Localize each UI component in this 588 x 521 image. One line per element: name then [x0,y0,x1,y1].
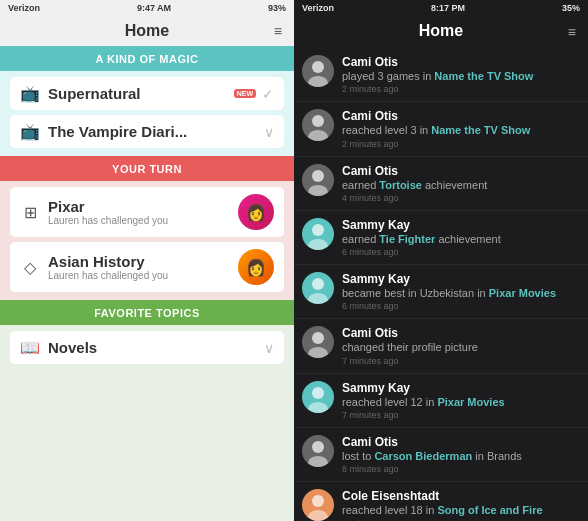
svg-point-7 [308,239,328,250]
feed-highlight: Tortoise [379,179,422,191]
asian-history-avatar: 👩 [238,249,274,285]
asian-history-left: ◇ Asian History Lauren has challenged yo… [20,253,168,281]
svg-point-12 [312,387,324,399]
feed-user-name: Cami Otis [342,109,580,123]
magic-items: 📺 Supernatural NEW ✓ 📺 The Vampire Diari… [0,71,294,156]
left-status-bar: Verizon 9:47 AM 93% [0,0,294,16]
feed-avatar [302,489,334,521]
yourturn-header: YOUR TURN [0,156,294,181]
feed-item: Cami Otislost to Carson Biederman in Bra… [294,428,588,482]
feed-user-name: Cami Otis [342,326,580,340]
svg-point-9 [308,293,328,304]
right-title: Home [419,22,463,39]
tv-icon-2: 📺 [20,122,40,141]
feed-content: Sammy Kaybecame best in Uzbekistan in Pi… [342,272,580,311]
feed-action-text: earned Tie Fighter achievement [342,232,580,246]
pixar-avatar: 👩 [238,194,274,230]
supernatural-item[interactable]: 📺 Supernatural NEW ✓ [10,77,284,110]
feed-user-name: Sammy Kay [342,218,580,232]
feed-item: Sammy Kaybecame best in Uzbekistan in Pi… [294,265,588,319]
pixar-text: Pixar Lauren has challenged you [48,198,168,226]
feed-item: Cami Otisplayed 3 games in Name the TV S… [294,48,588,102]
feed-action-text: became best in Uzbekistan in Pixar Movie… [342,286,580,300]
right-header: Home ≡ [294,16,588,48]
asian-history-title: Asian History [48,253,168,270]
pixar-item[interactable]: ⊞ Pixar Lauren has challenged you 👩 [10,187,284,237]
book-icon: 📖 [20,338,40,357]
right-battery: 35% [562,3,580,13]
svg-point-5 [308,185,328,196]
feed-list: Cami Otisplayed 3 games in Name the TV S… [294,48,588,521]
feed-user-name: Cami Otis [342,55,580,69]
svg-point-14 [312,441,324,453]
feed-action-text: reached level 18 in Song of Ice and Fire [342,503,580,517]
feed-user-name: Cole Eisenshtadt [342,489,580,503]
right-menu-icon[interactable]: ≡ [568,24,576,40]
feed-time: 7 minutes ago [342,356,580,366]
left-header: Home ≡ [0,16,294,46]
feed-user-name: Sammy Kay [342,381,580,395]
feed-item: Cami Otisreached level 3 in Name the TV … [294,102,588,156]
pixar-left: ⊞ Pixar Lauren has challenged you [20,198,168,226]
feed-avatar [302,164,334,196]
feed-item: Cole Eisenshtadtreached level 18 in Song… [294,482,588,521]
feed-action-text: reached level 12 in Pixar Movies [342,395,580,409]
feed-time: 4 minutes ago [342,193,580,203]
left-time: 9:47 AM [137,3,171,13]
supernatural-right: NEW ✓ [234,86,274,102]
svg-point-4 [312,170,324,182]
feed-highlight: Name the TV Show [431,124,530,136]
feed-avatar [302,55,334,87]
feed-avatar [302,381,334,413]
vampire-left: 📺 The Vampire Diari... [20,122,187,141]
svg-point-13 [308,402,328,413]
magic-section: A KIND OF MAGIC [0,46,294,71]
feed-content: Sammy Kayearned Tie Fighter achievement6… [342,218,580,257]
supernatural-title: Supernatural [48,85,141,102]
feed-action-text: changed their profile picture [342,340,580,354]
feed-highlight: Carson Biederman [374,450,472,462]
right-carrier: Verizon [302,3,334,13]
svg-point-0 [312,61,324,73]
feed-content: Cami Otisreached level 3 in Name the TV … [342,109,580,148]
feed-highlight: Pixar Movies [489,287,556,299]
svg-point-8 [312,278,324,290]
pixar-subtitle: Lauren has challenged you [48,215,168,226]
feed-content: Cami Otisplayed 3 games in Name the TV S… [342,55,580,94]
left-title: Home [125,22,169,39]
feed-content: Cami Otisearned Tortoise achievement4 mi… [342,164,580,203]
feed-time: 8 minutes ago [342,464,580,474]
feed-highlight: Tie Fighter [379,233,435,245]
right-status-bar: Verizon 8:17 PM 35% [294,0,588,16]
feed-action-text: reached level 3 in Name the TV Show [342,123,580,137]
feed-action-text: played 3 games in Name the TV Show [342,69,580,83]
novels-title: Novels [48,339,97,356]
feed-time: 2 minutes ago [342,139,580,149]
svg-point-11 [308,347,328,358]
feed-time: 7 minutes ago [342,410,580,420]
feed-content: Cami Otislost to Carson Biederman in Bra… [342,435,580,474]
svg-point-6 [312,224,324,236]
asian-history-item[interactable]: ◇ Asian History Lauren has challenged yo… [10,242,284,292]
novels-left: 📖 Novels [20,338,97,357]
pixar-title: Pixar [48,198,168,215]
feed-avatar [302,435,334,467]
feed-item: Sammy Kayreached level 12 in Pixar Movie… [294,374,588,428]
feed-time: 6 minutes ago [342,247,580,257]
feed-avatar [302,326,334,358]
feed-highlight: Song of Ice and Fire [437,504,542,516]
left-carrier: Verizon [8,3,40,13]
right-panel: Verizon 8:17 PM 35% Home ≡ Cami Otisplay… [294,0,588,521]
feed-item: Sammy Kayearned Tie Fighter achievement6… [294,211,588,265]
chevron-novels: ∨ [264,340,274,356]
svg-point-15 [308,456,328,467]
chevron-icon-2: ∨ [264,124,274,140]
left-menu-icon[interactable]: ≡ [274,23,282,39]
favorites-header: FAVORITE TOPICS [0,300,294,325]
svg-point-16 [312,495,324,507]
vampire-item[interactable]: 📺 The Vampire Diari... ∨ [10,115,284,148]
tv-icon-1: 📺 [20,84,40,103]
feed-highlight: Name the TV Show [434,70,533,82]
asian-history-subtitle: Lauren has challenged you [48,270,168,281]
novels-item[interactable]: 📖 Novels ∨ [10,331,284,364]
